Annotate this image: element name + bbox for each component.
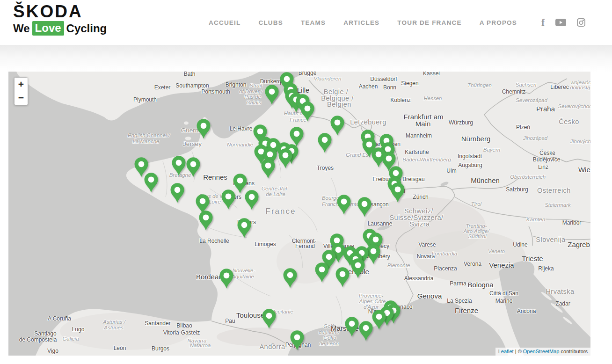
map-marker-pin[interactable] — [334, 267, 351, 287]
youtube-icon[interactable] — [555, 19, 566, 26]
nav-articles[interactable]: ARTICLES — [343, 19, 379, 26]
map-marker-pin[interactable] — [357, 320, 374, 341]
zoom-out-button[interactable]: − — [15, 91, 28, 105]
map-attribution: Leaflet | © OpenStreetMap contributors — [495, 348, 590, 356]
map-marker-pin[interactable] — [282, 268, 299, 288]
map-label: Schweiz/ — [404, 207, 433, 215]
map-label: A Coruña — [48, 315, 71, 322]
map-label: Pas de — [244, 94, 261, 100]
map-label: Parma — [450, 280, 466, 287]
map-label: Sachsen — [516, 82, 537, 87]
map-label: Karlsruhe — [405, 149, 429, 155]
map-marker-pin[interactable] — [299, 101, 316, 122]
map-label: Maribor — [562, 219, 582, 226]
map-label: Lugo — [72, 326, 85, 333]
map-marker-pin[interactable] — [356, 197, 373, 217]
map-label: České — [539, 150, 555, 156]
map-marker-pin[interactable] — [197, 210, 214, 231]
map-label: Koblenz — [390, 97, 410, 103]
instagram-icon[interactable] — [577, 18, 585, 27]
attribution-separator: | © — [514, 349, 523, 354]
map-marker-pin[interactable] — [169, 182, 186, 203]
map-label: Brighton — [226, 81, 247, 88]
map-marker-pin[interactable] — [185, 157, 202, 177]
map-marker-pin[interactable] — [218, 268, 235, 289]
map-label: Letzebuerg — [350, 118, 386, 126]
map-label: Zürich — [413, 194, 428, 200]
map-label: Nafarroa — [190, 342, 211, 348]
map-label: Frankfurt am — [403, 113, 443, 121]
map-canvas[interactable]: BathSouthamptonBrightonPortsmouthExeterP… — [8, 72, 590, 356]
map-label: Salzburg — [506, 186, 528, 193]
map-marker-pin[interactable] — [243, 189, 260, 210]
nav-a-propos[interactable]: A PROPOS — [480, 19, 517, 26]
map-label: Udine — [513, 241, 527, 248]
map-label: Andorra — [259, 343, 285, 350]
map-marker-pin[interactable] — [289, 330, 306, 350]
map-label: Thüringen — [467, 82, 492, 88]
map-marker-pin[interactable] — [389, 182, 406, 203]
map-marker-pin[interactable] — [261, 308, 277, 329]
map-label: Bilbao — [176, 322, 192, 329]
zoom-in-button[interactable]: + — [15, 78, 28, 91]
map-label: Bologna — [467, 281, 493, 289]
leaflet-link[interactable]: Leaflet — [498, 349, 514, 354]
map-label: Golfo — [323, 335, 336, 341]
map-label: Main — [415, 120, 431, 128]
map-label: France — [266, 207, 296, 216]
map-label: Mannheim — [406, 132, 432, 139]
map-label: Vlaanderen — [314, 76, 342, 81]
map-label: Alessandria — [404, 275, 434, 282]
map-overlays: BathSouthamptonBrightonPortsmouthExeterP… — [8, 72, 590, 356]
skoda-we-love-cycling-logo[interactable]: ŠKODA We Love Cycling — [13, 3, 107, 36]
map-label: Liberec — [550, 84, 568, 90]
map-label: of Dover / — [239, 88, 262, 94]
map-label: Normandie — [227, 142, 253, 147]
nav-clubs[interactable]: CLUBS — [258, 19, 283, 26]
map-label: Clermont- — [292, 238, 317, 244]
map-label: Österreich — [537, 187, 571, 194]
map-marker-pin[interactable] — [316, 132, 333, 153]
map-marker-pin[interactable] — [313, 262, 330, 283]
map-label: Rijeka — [538, 265, 554, 272]
openstreetmap-link[interactable]: OpenStreetMap — [523, 349, 560, 354]
map-label: Varese — [418, 241, 436, 248]
map-label: Baden-Württemberg — [402, 157, 451, 162]
nav-teams[interactable]: TEAMS — [301, 19, 326, 26]
map-label: Lombardia — [432, 251, 457, 256]
map-label: Südtirol — [468, 233, 487, 239]
map-label: Česko — [559, 118, 579, 125]
header-shadow-band — [0, 45, 612, 72]
map-marker-pin[interactable] — [236, 218, 253, 238]
map-label: Hrvatska — [546, 288, 574, 295]
nav-tour-de-france[interactable]: TOUR DE FRANCE — [397, 19, 461, 26]
map-label: Oberösterreich — [510, 174, 546, 180]
map-marker-pin[interactable] — [195, 118, 212, 139]
facebook-icon[interactable]: f — [541, 17, 545, 29]
map-marker-pin[interactable] — [350, 258, 366, 278]
map-marker-pin[interactable] — [277, 148, 294, 168]
map-label: La Rochelle — [199, 238, 229, 244]
attribution-suffix: contributors — [559, 349, 588, 354]
map-label: Bath — [184, 72, 196, 77]
map-label: de León — [319, 341, 339, 346]
tagline-we: We — [13, 22, 30, 36]
map-marker-pin[interactable] — [263, 84, 280, 105]
map-label: Exeter — [154, 84, 171, 91]
map-marker-pin[interactable] — [335, 194, 352, 215]
map-label: Chemnitz — [502, 88, 526, 95]
nav-accueil[interactable]: ACCUEIL — [209, 19, 240, 26]
map-label: Kärnten — [526, 217, 545, 222]
map-label: Nouvelle- — [233, 268, 255, 273]
map-label: Jersey — [183, 140, 202, 147]
tagline-love-green-box: Love — [32, 21, 64, 36]
map-marker-pin[interactable] — [260, 158, 277, 179]
map-label: Düsseldorf — [370, 76, 397, 82]
map-label: Aquitaine — [232, 274, 254, 279]
map-label: Verona — [464, 261, 481, 267]
map-marker-pin[interactable] — [143, 172, 160, 193]
map-label: Portsmouth — [201, 88, 230, 95]
map-label: Hessen — [424, 95, 442, 101]
map-label: Troyes — [317, 165, 334, 171]
map-marker-pin[interactable] — [220, 189, 237, 210]
